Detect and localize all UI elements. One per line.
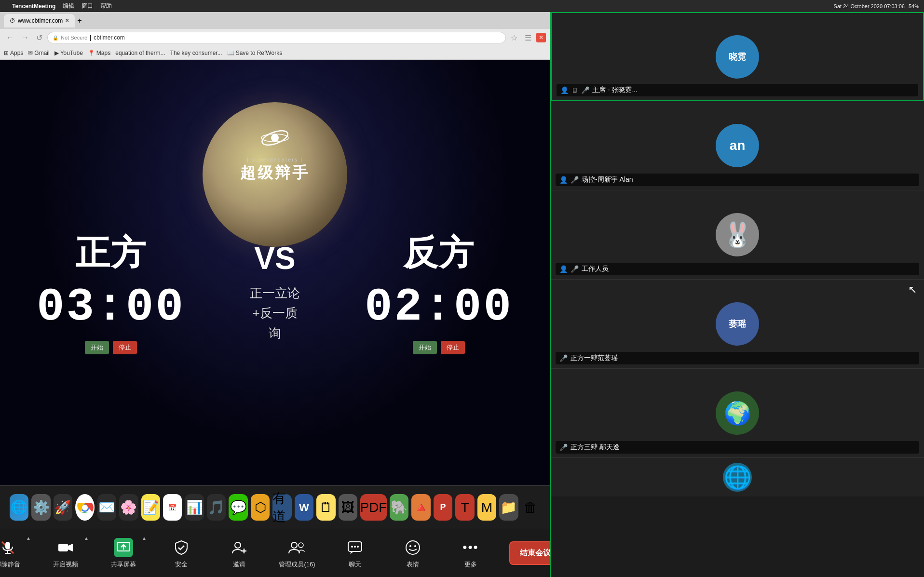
left-start-button[interactable]: 开始 — [85, 341, 109, 354]
bookmark-youtube[interactable]: ▶ YouTube — [54, 50, 83, 56]
dock-notes-icon[interactable]: 📝 — [141, 494, 160, 521]
participant-card-p5: 🌍 🎤 正方三辩 鄢天逸 — [551, 369, 924, 458]
participant-name-p5: 正方三辩 鄢天逸 — [571, 443, 620, 452]
share-screen-button[interactable]: 共享屏幕 ▲ — [104, 538, 143, 569]
forward-button[interactable]: → — [19, 32, 31, 43]
dock-wechat-icon[interactable]: 💬 — [229, 494, 247, 521]
dock-finder2-icon[interactable]: 📁 — [499, 494, 518, 521]
menu-button[interactable]: ☰ — [522, 32, 534, 44]
video-button[interactable]: 开启视频 ▲ — [46, 538, 85, 569]
svg-point-23 — [409, 545, 411, 547]
left-timer-controls: 开始 停止 — [29, 341, 193, 354]
dock-icon-7[interactable]: 有道 — [272, 494, 291, 521]
tab-close-icon[interactable]: ✕ — [65, 18, 69, 23]
svg-point-19 — [351, 546, 353, 548]
chat-button[interactable]: 聊天 — [336, 538, 374, 569]
invite-button[interactable]: 邀请 — [220, 538, 258, 569]
manage-members-label: 管理成员(16) — [279, 560, 315, 569]
manage-members-icon — [287, 538, 307, 557]
dock-stickies-icon[interactable]: 🗒 — [316, 494, 335, 521]
app-name: TencentMeeting — [12, 3, 55, 10]
browser-tab[interactable]: ⏱ www.cbtimer.com ✕ — [4, 14, 75, 27]
dock-trash-icon[interactable]: 🗑 — [521, 494, 540, 521]
bookmark-equation[interactable]: equation of therm... — [115, 50, 165, 56]
unmute-arrow-icon[interactable]: ▲ — [26, 536, 31, 541]
bookmark-apps[interactable]: ⊞ Apps — [4, 50, 23, 56]
emoji-button[interactable]: 表情 — [394, 538, 432, 569]
dock-finder-icon[interactable]: 🌐 — [10, 494, 28, 521]
bookmark-gmail[interactable]: ✉ Gmail — [28, 50, 49, 56]
right-panel: 晓霓 👤 🖥 🎤 主席 - 张晓霓... an 👤 🎤 场控-周新宇 Alan — [550, 12, 924, 577]
youtube-label: YouTube — [60, 50, 83, 56]
reload-button[interactable]: ↺ — [34, 32, 45, 44]
dock-pdf-icon[interactable]: PDF — [360, 494, 387, 521]
svg-point-1 — [271, 134, 279, 142]
dock-icon-4[interactable]: ✉️ — [97, 494, 116, 521]
close-icon[interactable]: ✕ — [536, 33, 546, 42]
menu-help[interactable]: 帮助 — [100, 2, 112, 10]
dock-icon-2[interactable]: ⚙️ — [31, 494, 50, 521]
participant-avatar-host: 晓霓 — [716, 35, 759, 79]
dock-icon-9[interactable]: 🔺 — [411, 494, 430, 521]
address-bar[interactable]: 🔒 Not Secure | cbtimer.com — [47, 32, 506, 43]
video-label: 开启视频 — [53, 560, 78, 569]
dock-word-icon[interactable]: W — [295, 494, 313, 521]
new-tab-button[interactable]: + — [77, 16, 82, 25]
mic-icon-host: 🎤 — [581, 86, 589, 94]
unmute-button[interactable]: 解除静音 ▲ — [0, 538, 27, 569]
participant-card-p1: ↖ 蒌瑶 🎤 正方一辩范蒌瑶 — [551, 280, 924, 369]
more-button[interactable]: ••• 更多 — [451, 538, 490, 569]
dock-icon-5[interactable]: 📊 — [185, 494, 204, 521]
dock-miro-icon[interactable]: M — [477, 494, 496, 521]
right-start-button[interactable]: 开始 — [413, 341, 437, 354]
left-stop-button[interactable]: 停止 — [113, 341, 137, 354]
dock-ppt-icon[interactable]: P — [434, 494, 452, 521]
logo-area: | superdebaters | 超级辩手 — [240, 123, 310, 184]
svg-rect-7 — [5, 542, 10, 550]
unmute-icon — [0, 538, 17, 557]
invite-label: 邀请 — [233, 560, 245, 569]
youtube-icon: ▶ — [54, 50, 59, 56]
apps-label: Apps — [10, 50, 23, 56]
left-timer-display: 03:00 — [29, 281, 193, 334]
svg-point-24 — [414, 545, 416, 547]
participant-name-alan: 场控-周新宇 Alan — [582, 175, 633, 184]
back-button[interactable]: ← — [4, 32, 16, 43]
dock-launchpad-icon[interactable]: 🚀 — [54, 494, 72, 521]
dock-evernote-icon[interactable]: 🐘 — [390, 494, 408, 521]
manage-members-button[interactable]: 管理成员(16) — [278, 538, 316, 569]
dock-photos-icon[interactable]: 🌸 — [119, 494, 138, 521]
participant-info-p1: 🎤 正方一辩范蒌瑶 — [556, 352, 919, 364]
video-arrow-icon[interactable]: ▲ — [84, 536, 89, 541]
bookmark-refworks[interactable]: 📖 Save to RefWorks — [227, 50, 282, 56]
dock-icon-10[interactable]: T — [455, 494, 474, 521]
maps-label: Maps — [96, 50, 110, 56]
cursor-pointer-icon: ↖ — [908, 283, 917, 296]
dock-icon-8[interactable]: 🖼 — [339, 494, 357, 521]
dock-icon-6[interactable]: ⬡ — [251, 494, 270, 521]
bookmark-key-consumer[interactable]: The key consumer... — [170, 50, 222, 56]
svg-point-5 — [82, 505, 88, 510]
mac-dock: 🌐 ⚙️ 🚀 ✉️ 🌸 📝 📅 📊 🎵 💬 ⬡ — [0, 485, 550, 529]
mic-icon-p5: 🎤 — [559, 443, 568, 451]
right-timer-controls: 开始 停止 — [357, 341, 521, 354]
menu-window[interactable]: 窗口 — [82, 2, 93, 10]
right-stop-button[interactable]: 停止 — [441, 341, 465, 354]
tab-title: www.cbtimer.com — [18, 17, 63, 24]
share-screen-icon — [114, 538, 133, 557]
main-layout: ⏱ www.cbtimer.com ✕ + ← → ↺ 🔒 Not Secure… — [0, 12, 924, 577]
dock-music-icon[interactable]: 🎵 — [207, 494, 226, 521]
participant-card-alan: an 👤 🎤 场控-周新宇 Alan — [551, 101, 924, 190]
bookmark-button[interactable]: ☆ — [508, 32, 520, 44]
more-icon: ••• — [461, 538, 480, 557]
share-arrow-icon[interactable]: ▲ — [142, 536, 147, 541]
screen-share-icon-host: 🖥 — [571, 86, 578, 94]
dock-calendar-icon[interactable]: 📅 — [163, 494, 182, 521]
bookmark-maps[interactable]: 📍 Maps — [88, 50, 110, 56]
dock-chrome-icon[interactable] — [75, 494, 94, 521]
right-timer-block: 反方 02:00 开始 停止 — [357, 230, 521, 354]
logo-ring-icon — [260, 123, 289, 152]
menu-edit[interactable]: 编辑 — [63, 2, 74, 10]
security-button[interactable]: 安全 — [162, 538, 201, 569]
participant-card-staff: 🐰 👤 🎤 工作人员 — [551, 190, 924, 280]
